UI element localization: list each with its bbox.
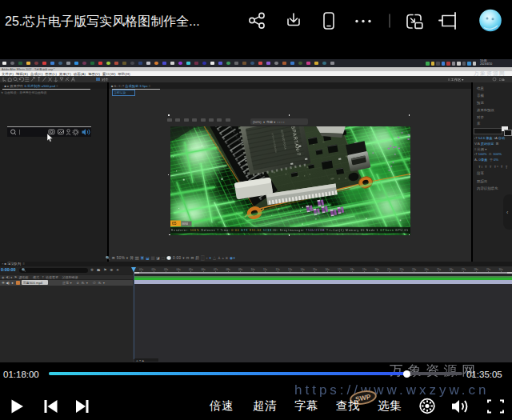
svg-text:≡ 工作区 ▾: ≡ 工作区 ▾ (448, 78, 464, 82)
svg-text:MINI: MINI (182, 222, 189, 226)
svg-text:对齐: 对齐 (102, 78, 108, 82)
svg-text:65: 65 (172, 221, 177, 226)
svg-text:□ ⧉: □ ⧉ (499, 78, 505, 82)
svg-text:Renderer: 100% Release 7 Time:: Renderer: 100% Release 7 Time: 0:04 GTX … (171, 229, 408, 232)
